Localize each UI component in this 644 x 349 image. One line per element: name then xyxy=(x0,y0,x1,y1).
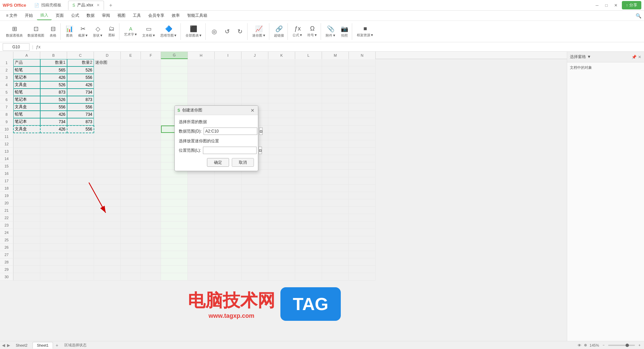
cell-F20[interactable] xyxy=(141,199,161,207)
cell-G24[interactable] xyxy=(161,229,188,236)
cell-K5[interactable] xyxy=(268,89,295,96)
cell-K30[interactable] xyxy=(268,273,295,281)
menu-vip[interactable]: 会员专享 xyxy=(145,11,168,20)
cell-J28[interactable] xyxy=(241,258,268,266)
cell-M22[interactable] xyxy=(322,214,349,221)
cell-B5[interactable]: 873 xyxy=(40,89,67,96)
cell-C25[interactable] xyxy=(67,236,94,244)
cell-M29[interactable] xyxy=(322,266,349,273)
cell-A7[interactable]: 文具盒 xyxy=(13,103,40,111)
cell-D3[interactable] xyxy=(94,74,121,81)
cell-E16[interactable] xyxy=(121,170,141,177)
cell-A8[interactable]: 铅笔 xyxy=(13,111,40,118)
dialog-location-input[interactable] xyxy=(203,147,257,154)
cell-D26[interactable] xyxy=(94,244,121,251)
cell-A27[interactable] xyxy=(13,251,40,258)
cell-F11[interactable] xyxy=(141,133,161,140)
photo-btn[interactable]: 📷 拍照 xyxy=(338,23,351,40)
func1-btn[interactable]: ◎ xyxy=(208,23,220,40)
cell-L1[interactable] xyxy=(295,59,322,66)
cell-M8[interactable] xyxy=(322,111,349,118)
cell-L9[interactable] xyxy=(295,118,322,126)
cell-F6[interactable] xyxy=(141,96,161,103)
view-icon[interactable]: 👁 xyxy=(578,343,581,347)
cell-N10[interactable] xyxy=(349,126,376,133)
cell-L10[interactable] xyxy=(295,126,322,133)
next-sheet-btn[interactable]: ▶ xyxy=(6,343,11,348)
cell-D21[interactable] xyxy=(94,207,121,214)
cell-N18[interactable] xyxy=(349,185,376,192)
cell-B19[interactable] xyxy=(40,192,67,199)
cell-reference[interactable]: G10 xyxy=(3,43,30,51)
cell-B29[interactable] xyxy=(40,266,67,273)
formula-input[interactable] xyxy=(42,43,641,51)
cell-J1[interactable] xyxy=(241,59,268,66)
cell-H20[interactable] xyxy=(188,199,215,207)
right-panel-pin[interactable]: 📌 xyxy=(632,55,637,59)
cell-D15[interactable] xyxy=(94,162,121,170)
cell-K17[interactable] xyxy=(268,177,295,185)
cell-H18[interactable] xyxy=(188,185,215,192)
cell-N25[interactable] xyxy=(349,236,376,244)
cell-B26[interactable] xyxy=(40,244,67,251)
cell-E18[interactable] xyxy=(121,185,141,192)
cell-D23[interactable] xyxy=(94,221,121,229)
cell-F3[interactable] xyxy=(141,74,161,81)
cell-E19[interactable] xyxy=(121,192,141,199)
cell-L21[interactable] xyxy=(295,207,322,214)
cell-M13[interactable] xyxy=(322,148,349,155)
cell-K4[interactable] xyxy=(268,81,295,89)
cell-D12[interactable] xyxy=(94,140,121,148)
shape-btn[interactable]: ◇ 形状▼ xyxy=(91,23,105,40)
cell-D29[interactable] xyxy=(94,266,121,273)
cell-H21[interactable] xyxy=(188,207,215,214)
cell-M20[interactable] xyxy=(322,199,349,207)
cell-I20[interactable] xyxy=(215,199,241,207)
col-header-E[interactable]: E xyxy=(121,52,141,59)
cell-H28[interactable] xyxy=(188,258,215,266)
cell-D17[interactable] xyxy=(94,177,121,185)
cell-L2[interactable] xyxy=(295,66,322,74)
cell-K3[interactable] xyxy=(268,74,295,81)
cell-K18[interactable] xyxy=(268,185,295,192)
dialog-close-button[interactable]: ✕ xyxy=(250,108,255,113)
menu-formula[interactable]: 公式 xyxy=(68,11,83,20)
cell-G4[interactable] xyxy=(161,81,188,89)
cell-J23[interactable] xyxy=(241,221,268,229)
cell-F29[interactable] xyxy=(141,266,161,273)
cell-B25[interactable] xyxy=(40,236,67,244)
cell-I6[interactable] xyxy=(215,96,241,103)
cell-H25[interactable] xyxy=(188,236,215,244)
cell-G27[interactable] xyxy=(161,251,188,258)
cell-N6[interactable] xyxy=(349,96,376,103)
cell-A14[interactable] xyxy=(13,155,40,162)
func2-btn[interactable]: ↺ xyxy=(221,23,233,40)
cell-F22[interactable] xyxy=(141,214,161,221)
cell-K10[interactable] xyxy=(268,126,295,133)
share-button[interactable]: ↑ 分享 xyxy=(622,1,641,9)
tab-template[interactable]: 📄 找稿壳模板 xyxy=(30,1,65,10)
col-header-F[interactable]: F xyxy=(141,52,161,59)
cell-A22[interactable] xyxy=(13,214,40,221)
cell-K13[interactable] xyxy=(268,148,295,155)
cell-J4[interactable] xyxy=(241,81,268,89)
cell-E15[interactable] xyxy=(121,162,141,170)
cell-M12[interactable] xyxy=(322,140,349,148)
cell-N5[interactable] xyxy=(349,89,376,96)
cell-F5[interactable] xyxy=(141,89,161,96)
cell-B27[interactable] xyxy=(40,251,67,258)
menu-view[interactable]: 视图 xyxy=(114,11,129,20)
cell-M15[interactable] xyxy=(322,162,349,170)
cell-N13[interactable] xyxy=(349,148,376,155)
cell-G29[interactable] xyxy=(161,266,188,273)
cell-C7[interactable]: 556 xyxy=(67,103,94,111)
cell-C30[interactable] xyxy=(67,273,94,281)
cell-L16[interactable] xyxy=(295,170,322,177)
cell-H4[interactable] xyxy=(188,81,215,89)
cell-C1[interactable]: 数量2 xyxy=(67,59,94,66)
cell-I25[interactable] xyxy=(215,236,241,244)
cell-J21[interactable] xyxy=(241,207,268,214)
cell-B3[interactable]: 426 xyxy=(40,74,67,81)
cell-G28[interactable] xyxy=(161,258,188,266)
cell-M5[interactable] xyxy=(322,89,349,96)
